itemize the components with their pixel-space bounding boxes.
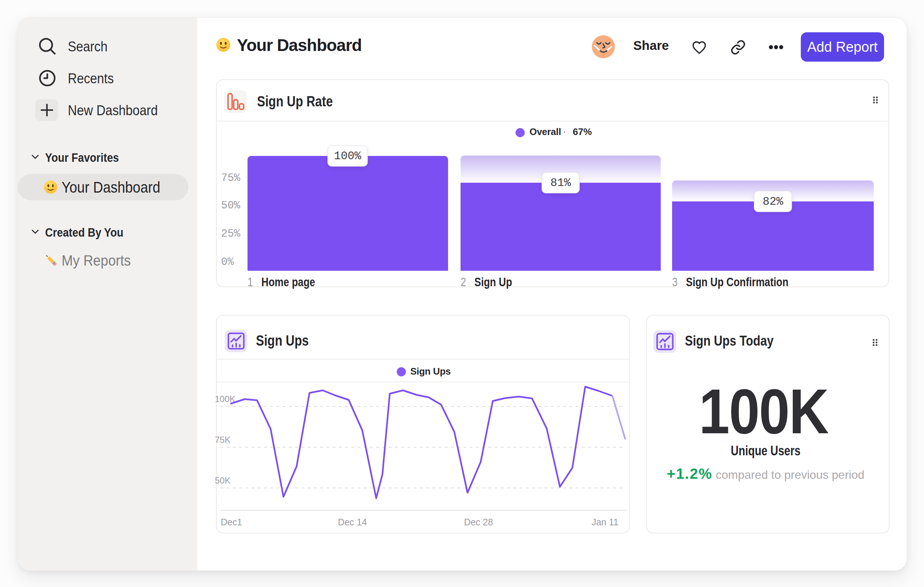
svg-text:75K: 75K xyxy=(215,435,231,445)
svg-text:Jan 11: Jan 11 xyxy=(591,517,618,527)
svg-text:Dec1: Dec1 xyxy=(221,517,242,527)
svg-text:50K: 50K xyxy=(215,475,231,485)
svg-text:Dec 28: Dec 28 xyxy=(464,517,493,527)
svg-text:Dec 14: Dec 14 xyxy=(338,517,367,527)
